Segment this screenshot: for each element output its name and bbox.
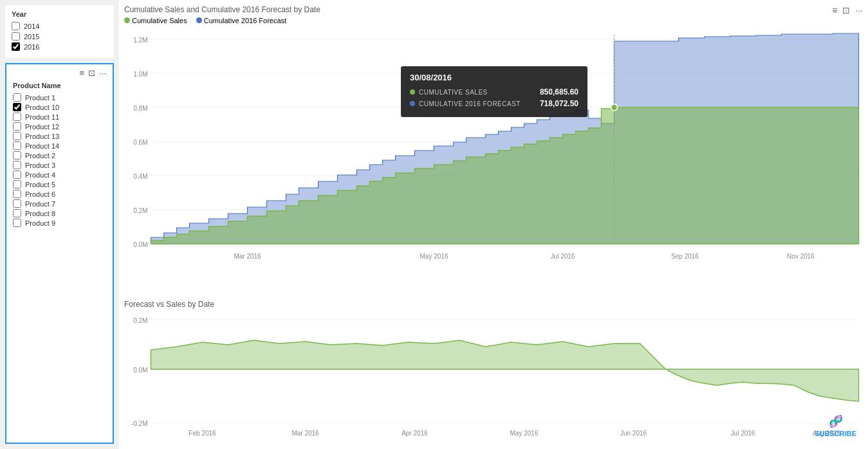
product-checkbox-0[interactable] (13, 93, 21, 102)
product-item-13[interactable]: Product 9 (13, 219, 106, 227)
product-label-0: Product 1 (25, 94, 55, 102)
product-label-5: Product 14 (25, 142, 59, 150)
subscribe-label: SUBSCRIBE (815, 430, 856, 437)
product-checkbox-1[interactable] (13, 103, 21, 111)
svg-text:Mar 2016: Mar 2016 (291, 430, 319, 437)
tooltip-blue-dot (410, 101, 415, 106)
legend-forecast-label: Cumulative 2016 Forecast (204, 17, 286, 24)
year-item-2014[interactable]: 2014 (12, 22, 107, 30)
svg-text:0.4M: 0.4M (133, 173, 147, 180)
product-checkbox-13[interactable] (13, 219, 21, 227)
product-label-6: Product 2 (25, 152, 55, 160)
svg-text:0.0M: 0.0M (133, 367, 147, 374)
top-chart-svg: 1.2M 1.0M 0.8M 0.6M 0.4M 0.2M 0.0M (124, 28, 863, 266)
product-checkbox-11[interactable] (13, 199, 21, 208)
product-label-4: Product 13 (25, 133, 59, 140)
product-checkbox-6[interactable] (13, 151, 21, 160)
svg-text:Jun 2016: Jun 2016 (620, 430, 647, 437)
product-checkbox-5[interactable] (13, 142, 21, 150)
svg-text:May 2016: May 2016 (420, 253, 448, 260)
svg-point-15 (611, 104, 618, 111)
more-icon[interactable]: ··· (99, 68, 106, 78)
year-filter: Year 201420152016 (5, 5, 114, 58)
top-chart-title: Cumulative Sales and Cumulative 2016 For… (124, 5, 863, 14)
product-checkbox-12[interactable] (13, 209, 21, 217)
right-panel: ≡ ⊡ ··· Cumulative Sales and Cumulative … (119, 0, 868, 449)
product-checkbox-4[interactable] (13, 132, 21, 140)
tooltip-box: 30/08/2016 CUMULATIVE SALES 850,685.60 C… (401, 66, 587, 117)
subscribe-icon: 🧬 (829, 414, 843, 428)
product-item-5[interactable]: Product 14 (13, 142, 106, 150)
top-chart-legend: Cumulative Sales Cumulative 2016 Forecas… (124, 17, 863, 24)
product-label-8: Product 4 (25, 171, 55, 179)
product-label-10: Product 6 (25, 190, 55, 198)
tooltip-date: 30/08/2016 (410, 73, 578, 82)
bottom-chart-svg: 0.2M 0.0M -0.2M Feb 2016 Mar 2016 Apr 20… (124, 311, 863, 440)
product-checkbox-9[interactable] (13, 180, 21, 188)
legend-blue-dot (196, 17, 202, 23)
product-label-3: Product 12 (25, 123, 59, 131)
bottom-chart-area: Forecast vs Sales by Date 0.2M 0.0M -0.2… (124, 300, 863, 444)
expand-icon[interactable]: ⊡ (88, 68, 95, 78)
year-checkbox-2014[interactable] (12, 22, 20, 30)
top-chart-svg-container: 1.2M 1.0M 0.8M 0.6M 0.4M 0.2M 0.0M (124, 28, 863, 269)
subscribe-button[interactable]: 🧬 SUBSCRIBE (815, 414, 856, 437)
legend-sales-label: Cumulative Sales (132, 17, 187, 24)
svg-text:Sep 2016: Sep 2016 (671, 253, 699, 260)
tooltip-green-dot (410, 89, 415, 95)
year-filter-title: Year (12, 10, 107, 18)
product-item-10[interactable]: Product 6 (13, 190, 106, 198)
product-item-7[interactable]: Product 3 (13, 161, 106, 169)
tooltip-sales-label: CUMULATIVE SALES (410, 89, 488, 96)
svg-text:0.0M: 0.0M (133, 241, 147, 248)
year-label-2016: 2016 (24, 43, 39, 51)
product-item-9[interactable]: Product 5 (13, 180, 106, 188)
legend-sales: Cumulative Sales (124, 17, 187, 24)
year-checkbox-2015[interactable] (12, 32, 20, 41)
year-checkbox-2016[interactable] (12, 42, 20, 51)
svg-text:Jul 2016: Jul 2016 (731, 430, 755, 437)
product-item-6[interactable]: Product 2 (13, 151, 106, 160)
year-item-2016[interactable]: 2016 (12, 42, 107, 51)
legend-green-dot (124, 17, 130, 23)
product-item-12[interactable]: Product 8 (13, 209, 106, 217)
product-checkbox-3[interactable] (13, 122, 21, 131)
svg-text:0.2M: 0.2M (133, 317, 147, 324)
product-checkbox-2[interactable] (13, 113, 21, 121)
product-label-13: Product 9 (25, 219, 55, 227)
product-item-2[interactable]: Product 11 (13, 113, 106, 121)
year-label-2014: 2014 (24, 23, 39, 30)
tooltip-forecast-value: 718,072.50 (540, 99, 578, 108)
svg-text:Mar 2016: Mar 2016 (234, 253, 261, 260)
product-label-11: Product 7 (25, 200, 55, 208)
svg-text:0.6M: 0.6M (133, 139, 147, 146)
tooltip-sales-value: 850,685.60 (540, 87, 578, 96)
grip-icon[interactable]: ≡ (80, 68, 85, 78)
product-label-2: Product 11 (25, 113, 59, 121)
product-item-11[interactable]: Product 7 (13, 199, 106, 208)
product-label-1: Product 10 (25, 104, 59, 111)
product-checkbox-7[interactable] (13, 161, 21, 169)
year-item-2015[interactable]: 2015 (12, 32, 107, 41)
svg-text:0.2M: 0.2M (133, 207, 147, 214)
product-item-1[interactable]: Product 10 (13, 103, 106, 111)
left-panel: Year 201420152016 ≡ ⊡ ··· Product Name P… (0, 0, 119, 449)
product-panel: ≡ ⊡ ··· Product Name Product 1Product 10… (5, 63, 114, 444)
product-item-0[interactable]: Product 1 (13, 93, 106, 102)
product-checkbox-10[interactable] (13, 190, 21, 198)
product-item-4[interactable]: Product 13 (13, 132, 106, 140)
svg-text:1.2M: 1.2M (133, 37, 147, 44)
top-chart-area: Cumulative Sales and Cumulative 2016 For… (124, 5, 863, 295)
product-panel-toolbar: ≡ ⊡ ··· (13, 68, 106, 78)
product-item-8[interactable]: Product 4 (13, 170, 106, 179)
svg-text:May 2016: May 2016 (510, 430, 539, 437)
product-item-3[interactable]: Product 12 (13, 122, 106, 131)
svg-text:Apr 2016: Apr 2016 (402, 430, 428, 437)
tooltip-forecast-row: CUMULATIVE 2016 FORECAST 718,072.50 (410, 99, 578, 108)
product-checkbox-8[interactable] (13, 170, 21, 179)
tooltip-sales-row: CUMULATIVE SALES 850,685.60 (410, 87, 578, 96)
legend-forecast: Cumulative 2016 Forecast (196, 17, 286, 24)
svg-text:1.0M: 1.0M (133, 71, 147, 78)
svg-text:Jul 2016: Jul 2016 (551, 253, 575, 260)
svg-text:0.8M: 0.8M (133, 105, 147, 112)
